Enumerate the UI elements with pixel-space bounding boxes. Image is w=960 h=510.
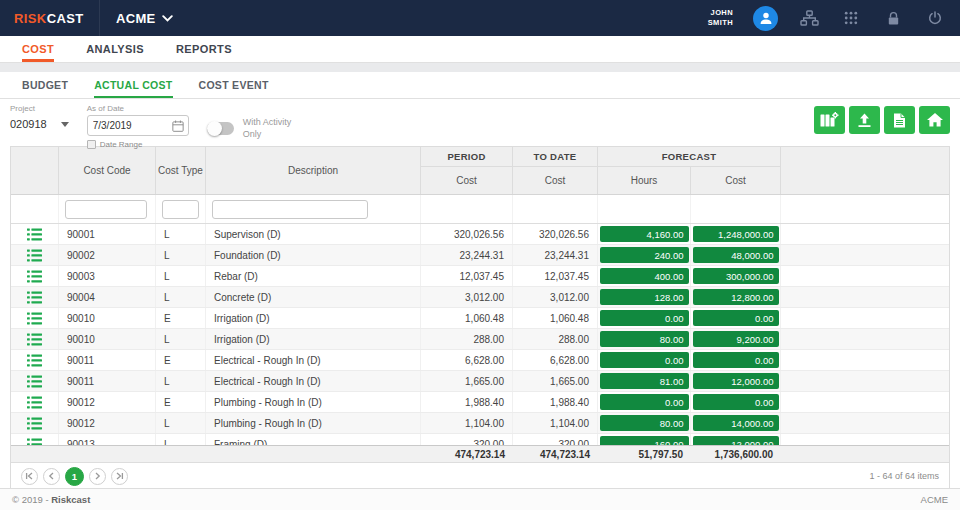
current-page-button[interactable]: 1 bbox=[65, 467, 84, 486]
home-button[interactable] bbox=[919, 106, 950, 134]
next-page-button[interactable] bbox=[89, 468, 106, 485]
table-row[interactable]: 90004LConcrete (D)3,012.003,012.00128.00… bbox=[11, 287, 949, 308]
period-cost-cell: 1,988.40 bbox=[421, 392, 513, 412]
header-todate-cost[interactable]: Cost bbox=[513, 167, 598, 194]
footer: © 2019 - Riskcast ACME bbox=[0, 488, 960, 510]
period-cost-cell: 288.00 bbox=[421, 329, 513, 349]
table-row[interactable]: 90013LFraming (D)320.00320.00160.0012,00… bbox=[11, 434, 949, 445]
copyright-prefix: © 2019 - bbox=[12, 494, 51, 505]
header-cost-code[interactable]: Cost Code bbox=[59, 147, 156, 194]
cost-code-cell: 90010 bbox=[59, 329, 156, 349]
lock-icon[interactable] bbox=[882, 8, 904, 28]
cost-type-cell: E bbox=[156, 350, 206, 370]
pagination-info: 1 - 64 of 64 items bbox=[869, 471, 939, 481]
project-dropdown[interactable]: 020918 bbox=[10, 115, 69, 132]
header-group-forecast: FORECAST bbox=[598, 147, 781, 167]
table-row[interactable]: 90011LElectrical - Rough In (D)1,665.001… bbox=[11, 371, 949, 392]
power-icon[interactable] bbox=[924, 8, 946, 28]
row-details-glyph bbox=[27, 417, 42, 430]
tab-reports[interactable]: REPORTS bbox=[176, 36, 232, 62]
forecast-hours-cell: 128.00 bbox=[598, 287, 691, 307]
cost-type-cell: L bbox=[156, 329, 206, 349]
table-row[interactable]: 90003LRebar (D)12,037.4512,037.45400.003… bbox=[11, 266, 949, 287]
apps-grid-icon[interactable] bbox=[840, 8, 862, 28]
tab-budget[interactable]: BUDGET bbox=[22, 72, 68, 98]
forecast-hours-cell: 160.00 bbox=[598, 434, 691, 445]
prev-page-button[interactable] bbox=[43, 468, 60, 485]
user-avatar[interactable] bbox=[753, 6, 778, 31]
row-details-icon[interactable] bbox=[11, 392, 59, 412]
period-cost-cell: 1,060.48 bbox=[421, 308, 513, 328]
header-description[interactable]: Description bbox=[206, 147, 421, 194]
table-row[interactable]: 90012LPlumbing - Rough In (D)1,104.001,1… bbox=[11, 413, 949, 434]
todate-cost-cell: 320,026.56 bbox=[513, 224, 598, 244]
column-settings-button[interactable] bbox=[814, 106, 845, 134]
primary-nav: COST ANALYSIS REPORTS bbox=[0, 36, 960, 63]
description-cell: Plumbing - Rough In (D) bbox=[206, 392, 421, 412]
header-forecast-cost[interactable]: Cost bbox=[691, 167, 781, 194]
as-of-date-value[interactable] bbox=[93, 120, 163, 131]
description-cell: Plumbing - Rough In (D) bbox=[206, 413, 421, 433]
top-header: RISKCAST ACME JOHN SMITH bbox=[0, 0, 960, 36]
header-group-period: PERIOD bbox=[421, 147, 513, 167]
person-icon bbox=[759, 11, 773, 25]
tab-cost-event[interactable]: COST EVENT bbox=[199, 72, 269, 98]
forecast-cost-cell: 12,800.00 bbox=[691, 287, 781, 307]
empty-cell bbox=[781, 308, 949, 328]
last-page-button[interactable] bbox=[111, 468, 128, 485]
row-details-icon[interactable] bbox=[11, 245, 59, 265]
content-panel: Project 020918 As of Date Date Range Wit… bbox=[0, 99, 960, 490]
table-row[interactable]: 90011EElectrical - Rough In (D)6,628.006… bbox=[11, 350, 949, 371]
tab-analysis[interactable]: ANALYSIS bbox=[86, 36, 144, 62]
as-of-date-filter: As of Date Date Range bbox=[87, 104, 189, 149]
as-of-date-input[interactable] bbox=[87, 115, 189, 136]
row-details-icon[interactable] bbox=[11, 287, 59, 307]
cost-code-cell: 90001 bbox=[59, 224, 156, 244]
header-cost-type[interactable]: Cost Type bbox=[156, 147, 206, 194]
forecast-cost-cell: 0.00 bbox=[691, 392, 781, 412]
export-file-button[interactable] bbox=[884, 106, 915, 134]
project-label: Project bbox=[10, 104, 69, 113]
filter-cell-empty bbox=[11, 195, 59, 223]
description-filter-input[interactable] bbox=[212, 200, 368, 219]
todate-cost-cell: 320.00 bbox=[513, 434, 598, 445]
first-page-button[interactable] bbox=[21, 468, 38, 485]
table-row[interactable]: 90002LFoundation (D)23,244.3123,244.3124… bbox=[11, 245, 949, 266]
row-details-glyph bbox=[27, 270, 42, 283]
calendar-icon[interactable] bbox=[172, 120, 184, 132]
row-details-icon[interactable] bbox=[11, 413, 59, 433]
table-row[interactable]: 90010LIrrigation (D)288.00288.0080.009,2… bbox=[11, 329, 949, 350]
empty-cell bbox=[781, 371, 949, 391]
row-details-icon[interactable] bbox=[11, 350, 59, 370]
table-row[interactable]: 90010EIrrigation (D)1,060.481,060.480.00… bbox=[11, 308, 949, 329]
row-details-icon[interactable] bbox=[11, 308, 59, 328]
row-details-icon[interactable] bbox=[11, 329, 59, 349]
upload-button[interactable] bbox=[849, 106, 880, 134]
table-body: 90001LSupervison (D)320,026.56320,026.56… bbox=[11, 224, 949, 445]
with-activity-label: With Activity Only bbox=[243, 117, 305, 140]
header-icon-column bbox=[11, 147, 59, 194]
org-hierarchy-icon[interactable] bbox=[798, 8, 820, 28]
with-activity-toggle[interactable] bbox=[207, 122, 234, 135]
forecast-cost-cell: 14,000.00 bbox=[691, 413, 781, 433]
description-cell: Electrical - Rough In (D) bbox=[206, 350, 421, 370]
cost-type-filter-input[interactable] bbox=[162, 200, 199, 219]
header-forecast-hours[interactable]: Hours bbox=[598, 167, 691, 194]
table-row[interactable]: 90001LSupervison (D)320,026.56320,026.56… bbox=[11, 224, 949, 245]
row-details-icon[interactable] bbox=[11, 224, 59, 244]
empty-cell bbox=[781, 329, 949, 349]
row-details-icon[interactable] bbox=[11, 371, 59, 391]
cost-type-cell: L bbox=[156, 287, 206, 307]
secondary-nav: BUDGET ACTUAL COST COST EVENT bbox=[0, 72, 960, 99]
table-row[interactable]: 90012EPlumbing - Rough In (D)1,988.401,9… bbox=[11, 392, 949, 413]
cost-code-filter-input[interactable] bbox=[65, 200, 147, 219]
tab-cost[interactable]: COST bbox=[22, 36, 54, 62]
company-selector[interactable]: ACME bbox=[116, 11, 173, 26]
tab-actual-cost[interactable]: ACTUAL COST bbox=[94, 72, 172, 98]
row-details-icon[interactable] bbox=[11, 266, 59, 286]
header-period-cost[interactable]: Cost bbox=[421, 167, 513, 194]
row-details-icon[interactable] bbox=[11, 434, 59, 445]
first-page-icon bbox=[25, 472, 34, 480]
project-value: 020918 bbox=[10, 118, 47, 130]
row-details-glyph bbox=[27, 228, 42, 241]
